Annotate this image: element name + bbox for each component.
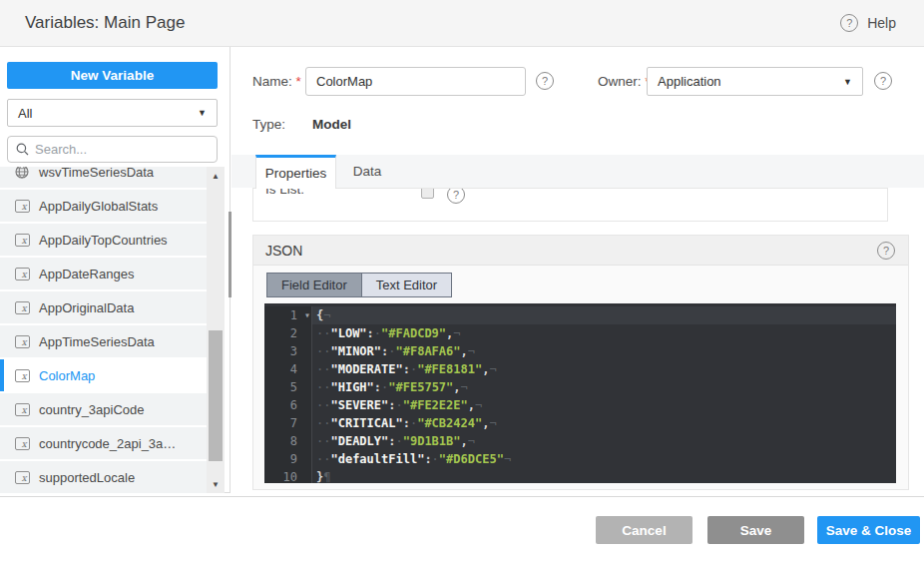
search-box[interactable] bbox=[7, 136, 218, 163]
header-bar: Variables: Main Page ? Help bbox=[0, 0, 924, 47]
line-number: 8▾ bbox=[264, 432, 312, 450]
type-label: Type: bbox=[252, 117, 285, 132]
list-item[interactable]: x AppDailyGlobalStats bbox=[0, 190, 207, 222]
owner-dropdown[interactable]: Application ▼ bbox=[647, 67, 863, 96]
field-editor-tab[interactable]: Field Editor bbox=[267, 274, 362, 296]
variable-icon: x bbox=[15, 234, 30, 247]
list-item[interactable]: x countrycode_2api_3a… bbox=[0, 427, 207, 459]
code-line: 7▾ ··"CRITICAL":·"#CB2424",¬ bbox=[264, 414, 896, 432]
cancel-button[interactable]: Cancel bbox=[596, 516, 693, 544]
sidebar-scrollbar[interactable]: ▲ ▼ bbox=[207, 167, 225, 493]
variable-icon: x bbox=[15, 403, 30, 416]
help-label: Help bbox=[867, 15, 896, 31]
type-value: Model bbox=[312, 117, 351, 132]
code-line: 4▾ ··"MODERATE":·"#FE8181",¬ bbox=[264, 360, 896, 378]
list-item[interactable]: x ColorMap bbox=[0, 359, 207, 391]
tab-properties[interactable]: Properties bbox=[255, 155, 336, 189]
filter-dropdown[interactable]: All ▼ bbox=[7, 99, 218, 127]
code-line: 3▾ ··"MINOR":·"#F8AFA6",¬ bbox=[264, 342, 896, 360]
code-line-content: ··"MODERATE":·"#FE8181",¬ bbox=[312, 360, 896, 378]
list-item-label: ColorMap bbox=[39, 368, 95, 383]
code-line-content: ··"defaultFill":·"#D6DCE5"¬ bbox=[312, 450, 896, 468]
code-line-content: ··"HIGH":·"#FE5757",¬ bbox=[312, 378, 896, 396]
chevron-down-icon: ▼ bbox=[198, 108, 207, 118]
search-input[interactable] bbox=[35, 142, 185, 157]
list-item[interactable]: x wsvTimeSeriesData bbox=[0, 167, 207, 188]
name-label: Name: * bbox=[252, 74, 301, 89]
variable-icon: x bbox=[15, 301, 30, 314]
owner-label: Owner: * bbox=[598, 74, 651, 89]
json-section-title: JSON bbox=[265, 243, 302, 259]
is-list-panel: Is List: ? bbox=[252, 188, 888, 222]
list-item-label: country_3apiCode bbox=[39, 402, 145, 417]
line-number: 5▾ bbox=[264, 378, 312, 396]
sidebar-scrollbar-thumb[interactable] bbox=[209, 330, 223, 461]
json-help-icon[interactable]: ? bbox=[877, 242, 895, 260]
list-item[interactable]: x country_3apiCode bbox=[0, 393, 207, 425]
list-item[interactable]: x AppDailyTopCountries bbox=[0, 224, 207, 256]
help-icon: ? bbox=[840, 14, 858, 32]
is-list-checkbox[interactable] bbox=[421, 188, 434, 199]
json-code-editor[interactable]: 1▾ {¬ 2▾ ··"LOW":·"#FADCD9",¬ 3▾ ··"MINO… bbox=[264, 303, 896, 483]
variable-list: x wsvTimeSeriesData x bbox=[0, 167, 207, 493]
code-line: 8▾ ··"DEADLY":·"9D1B1B",¬ bbox=[264, 432, 896, 450]
page-title: Variables: Main Page bbox=[25, 13, 185, 33]
code-line: 2▾ ··"LOW":·"#FADCD9",¬ bbox=[264, 324, 896, 342]
code-line: 9▾ ··"defaultFill":·"#D6DCE5"¬ bbox=[264, 450, 896, 468]
list-item[interactable]: x AppOriginalData bbox=[0, 291, 207, 323]
owner-value: Application bbox=[658, 74, 721, 89]
line-number: 7▾ bbox=[264, 414, 312, 432]
help-button[interactable]: ? Help bbox=[840, 14, 896, 32]
code-line-content: ··"DEADLY":·"9D1B1B",¬ bbox=[312, 432, 896, 450]
save-and-close-button[interactable]: Save & Close bbox=[817, 516, 920, 544]
filter-value: All bbox=[18, 106, 32, 121]
is-list-label: Is List: bbox=[265, 188, 304, 197]
variable-icon: x bbox=[15, 268, 30, 280]
is-list-help-icon[interactable]: ? bbox=[447, 188, 465, 204]
list-item[interactable]: x AppDateRanges bbox=[0, 258, 207, 289]
required-marker: * bbox=[296, 74, 301, 89]
variable-icon: x bbox=[15, 369, 30, 382]
json-section-header: JSON ? bbox=[253, 236, 908, 266]
tab-data[interactable]: Data bbox=[336, 155, 398, 188]
list-item-label: countrycode_2api_3a… bbox=[39, 436, 176, 451]
code-line: 5▾ ··"HIGH":·"#FE5757",¬ bbox=[264, 378, 896, 396]
variable-icon: x bbox=[15, 471, 30, 484]
name-input[interactable] bbox=[305, 67, 526, 96]
json-section: JSON ? Field Editor Text Editor 1▾ {¬ 2▾… bbox=[252, 235, 909, 490]
variables-sidebar: New Variable All ▼ bbox=[0, 47, 231, 493]
list-item-label: AppDailyTopCountries bbox=[39, 233, 168, 248]
list-item[interactable]: x AppTimeSeriesData bbox=[0, 325, 207, 357]
panel-scrollbar-thumb[interactable] bbox=[229, 212, 231, 297]
editor-mode-toggle: Field Editor Text Editor bbox=[266, 273, 452, 297]
name-help-icon[interactable]: ? bbox=[536, 72, 554, 90]
chevron-down-icon: ▼ bbox=[843, 77, 852, 87]
list-item[interactable]: x supportedLocale bbox=[0, 461, 207, 493]
list-item-label: AppDateRanges bbox=[39, 267, 134, 281]
save-button[interactable]: Save bbox=[707, 516, 804, 544]
owner-help-icon[interactable]: ? bbox=[874, 72, 892, 90]
scroll-up-icon[interactable]: ▲ bbox=[207, 169, 225, 183]
code-line-content: }¶ bbox=[312, 468, 896, 483]
search-icon bbox=[16, 143, 29, 156]
text-editor-tab[interactable]: Text Editor bbox=[362, 274, 451, 296]
list-item-label: AppOriginalData bbox=[39, 300, 134, 315]
code-line-content: ··"MINOR":·"#F8AFA6",¬ bbox=[312, 342, 896, 360]
globe-icon bbox=[15, 167, 29, 179]
line-number: 4▾ bbox=[264, 360, 312, 378]
code-line-content: {¬ bbox=[312, 306, 896, 324]
variable-icon: x bbox=[15, 437, 30, 450]
line-number: 2▾ bbox=[264, 324, 312, 342]
fold-arrow-icon[interactable]: ▾ bbox=[304, 306, 310, 324]
list-item-label: wsvTimeSeriesData bbox=[39, 167, 154, 180]
variable-icon: x bbox=[15, 335, 30, 348]
code-line-content: ··"LOW":·"#FADCD9",¬ bbox=[312, 324, 896, 342]
new-variable-button[interactable]: New Variable bbox=[7, 62, 218, 89]
line-number: 10▾ bbox=[264, 468, 312, 483]
scroll-down-icon[interactable]: ▼ bbox=[207, 477, 225, 491]
line-number: 6▾ bbox=[264, 396, 312, 414]
code-line-content: ··"CRITICAL":·"#CB2424",¬ bbox=[312, 414, 896, 432]
list-item-label: supportedLocale bbox=[39, 470, 135, 485]
list-item-label: AppTimeSeriesData bbox=[39, 334, 155, 349]
line-number: 9▾ bbox=[264, 450, 312, 468]
